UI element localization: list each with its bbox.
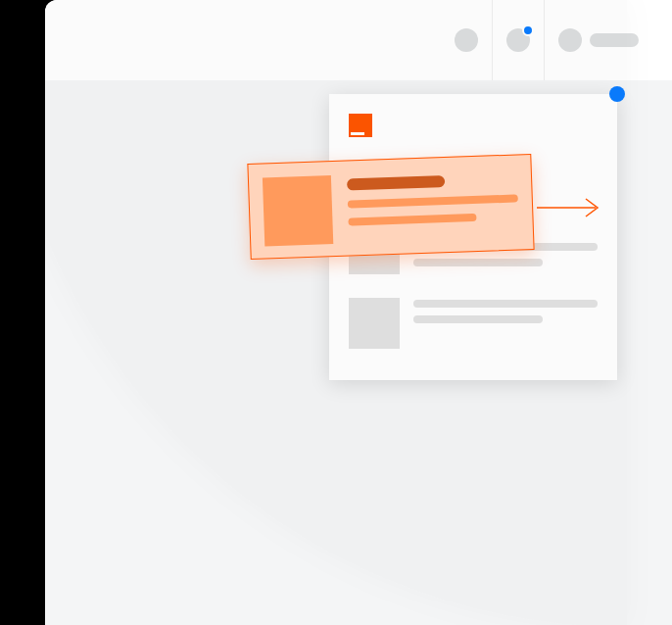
arrow-right-icon — [537, 196, 605, 219]
title-placeholder — [347, 175, 445, 190]
thumbnail-icon — [263, 175, 333, 246]
highlighted-notification[interactable] — [247, 154, 534, 260]
text-placeholder — [348, 194, 518, 208]
text-placeholder — [348, 214, 476, 226]
